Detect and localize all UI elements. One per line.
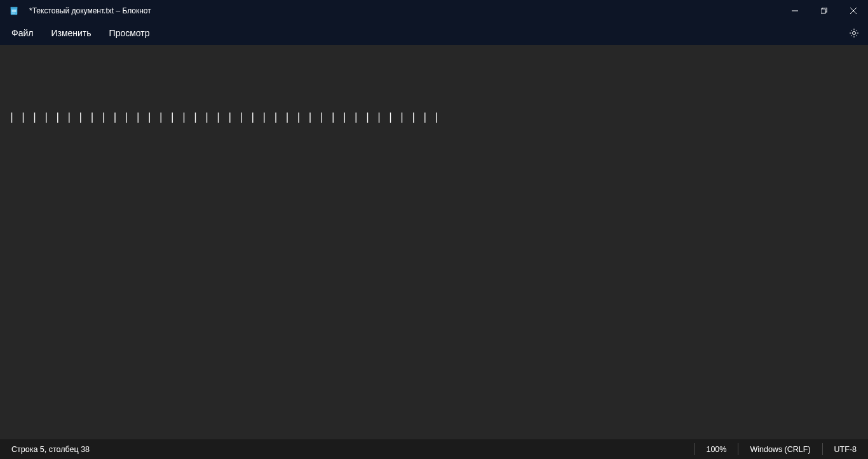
text-editor[interactable]: | | | | | | | | | | | | | | | | | | | | … <box>0 45 868 439</box>
menu-view[interactable]: Просмотр <box>100 24 159 42</box>
menu-file[interactable]: Файл <box>3 24 42 42</box>
status-bar: Строка 5, столбец 38 100% Windows (CRLF)… <box>0 439 868 459</box>
notepad-icon <box>9 6 19 16</box>
window-controls <box>780 0 868 21</box>
minimize-button[interactable] <box>780 0 810 21</box>
status-encoding: UTF-8 <box>822 443 857 455</box>
status-zoom[interactable]: 100% <box>694 443 738 455</box>
title-bar[interactable]: *Текстовый документ.txt – Блокнот <box>0 0 868 21</box>
gear-icon[interactable] <box>848 27 860 39</box>
status-position: Строка 5, столбец 38 <box>11 445 694 454</box>
menu-bar: Файл Изменить Просмотр <box>0 21 868 45</box>
svg-rect-1 <box>11 6 18 8</box>
status-line-ending: Windows (CRLF) <box>738 443 822 455</box>
close-button[interactable] <box>839 0 868 21</box>
svg-rect-7 <box>821 9 825 13</box>
maximize-button[interactable] <box>810 0 839 21</box>
menu-edit[interactable]: Изменить <box>42 24 100 42</box>
window-title: *Текстовый документ.txt – Блокнот <box>29 6 151 15</box>
